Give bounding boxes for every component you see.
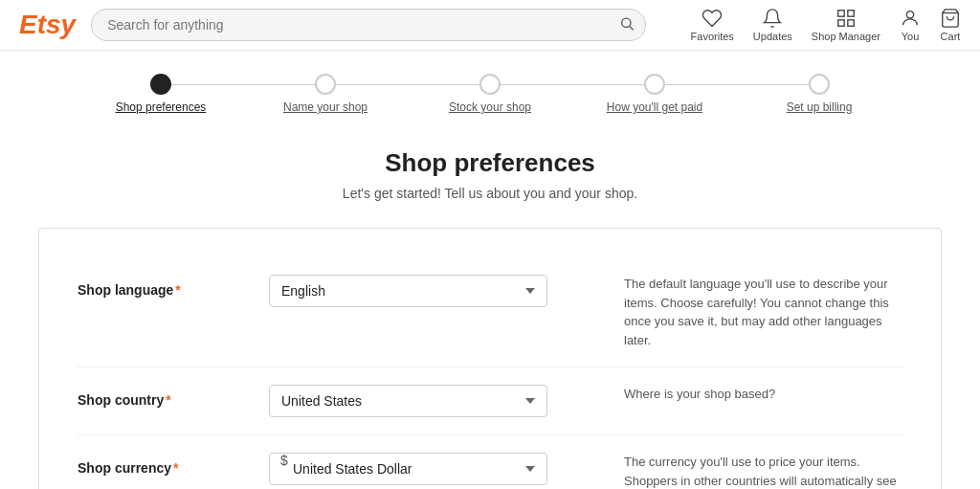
- search-bar: [91, 9, 646, 41]
- nav-updates-label: Updates: [753, 31, 792, 42]
- language-label: Shop language*: [78, 275, 269, 298]
- svg-rect-4: [838, 20, 844, 26]
- language-control: English French German Spanish: [269, 275, 547, 307]
- step-stock-your-shop[interactable]: Stock your shop: [408, 74, 572, 114]
- step-label-5[interactable]: Set up billing: [787, 100, 853, 114]
- svg-rect-2: [838, 11, 844, 16]
- progress-bar: Shop preferences Name your shop Stock yo…: [0, 51, 980, 129]
- main-content: Shop preferences Let's get started! Tell…: [0, 129, 980, 489]
- nav-you-label: You: [902, 31, 920, 42]
- page-subtitle: Let's get started! Tell us about you and…: [38, 186, 942, 201]
- country-required: *: [166, 392, 170, 408]
- nav-updates[interactable]: Updates: [753, 8, 792, 42]
- step-circle-3: [479, 74, 501, 95]
- language-required: *: [175, 282, 180, 298]
- currency-select-wrap: $ United States Dollar British Pound Eur…: [269, 453, 547, 485]
- nav-shop-manager[interactable]: Shop Manager: [812, 8, 880, 42]
- svg-rect-3: [848, 11, 854, 16]
- country-control: United States United Kingdom Canada Aust…: [269, 385, 547, 417]
- header: Etsy Favorites Updates Shop Manager: [0, 0, 980, 51]
- language-select[interactable]: English French German Spanish: [269, 275, 547, 307]
- step-name-your-shop[interactable]: Name your shop: [243, 74, 408, 114]
- currency-required: *: [173, 460, 178, 476]
- nav-you[interactable]: You: [900, 8, 921, 42]
- svg-line-1: [630, 27, 634, 31]
- step-circle-1: [150, 74, 171, 95]
- currency-symbol: $: [280, 453, 288, 468]
- svg-point-0: [622, 18, 631, 27]
- search-icon[interactable]: [619, 16, 635, 34]
- step-circle-2: [315, 74, 336, 95]
- country-select[interactable]: United States United Kingdom Canada Aust…: [269, 385, 547, 417]
- step-label-4[interactable]: How you'll get paid: [607, 100, 702, 114]
- currency-hint: The currency you'll use to price your it…: [547, 453, 902, 489]
- language-hint: The default language you'll use to descr…: [547, 275, 902, 349]
- step-label-3[interactable]: Stock your shop: [449, 100, 531, 114]
- progress-steps: Shop preferences Name your shop Stock yo…: [78, 74, 902, 114]
- etsy-logo[interactable]: Etsy: [19, 10, 76, 40]
- step-circle-4: [644, 74, 665, 95]
- header-nav: Favorites Updates Shop Manager You Cart: [691, 8, 961, 42]
- svg-rect-5: [848, 20, 854, 26]
- currency-label: Shop currency*: [78, 453, 269, 476]
- country-hint: Where is your shop based?: [547, 385, 902, 404]
- country-label: Shop country*: [78, 385, 269, 408]
- svg-point-6: [906, 11, 913, 18]
- nav-shop-manager-label: Shop Manager: [812, 31, 880, 42]
- nav-cart[interactable]: Cart: [940, 8, 961, 42]
- search-input[interactable]: [91, 9, 646, 41]
- currency-control: $ United States Dollar British Pound Eur…: [269, 453, 547, 485]
- step-label-1[interactable]: Shop preferences: [116, 100, 207, 114]
- nav-favorites-label: Favorites: [691, 31, 734, 42]
- step-label-2[interactable]: Name your shop: [283, 100, 368, 114]
- nav-favorites[interactable]: Favorites: [691, 8, 734, 42]
- step-how-youll-get-paid[interactable]: How you'll get paid: [572, 74, 737, 114]
- step-shop-preferences[interactable]: Shop preferences: [78, 74, 243, 114]
- form-row-country: Shop country* United States United Kingd…: [78, 367, 902, 435]
- step-set-up-billing[interactable]: Set up billing: [737, 74, 902, 114]
- form-card: Shop language* English French German Spa…: [38, 228, 942, 489]
- nav-cart-label: Cart: [941, 31, 961, 42]
- currency-select[interactable]: United States Dollar British Pound Euro …: [269, 453, 547, 485]
- page-title: Shop preferences: [38, 148, 942, 178]
- form-row-currency: Shop currency* $ United States Dollar Br…: [78, 435, 902, 489]
- form-row-language: Shop language* English French German Spa…: [78, 257, 902, 367]
- step-circle-5: [809, 74, 830, 95]
